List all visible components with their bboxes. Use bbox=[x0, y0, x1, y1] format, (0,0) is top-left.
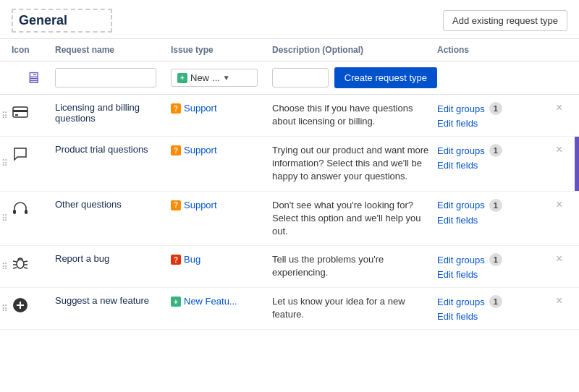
issue-type-dropdown[interactable]: + New ... ▼ bbox=[171, 69, 258, 87]
issue-badge: ? bbox=[171, 200, 181, 210]
svg-line-11 bbox=[24, 268, 28, 268]
page-title: General bbox=[12, 9, 112, 33]
issue-badge: ? bbox=[171, 103, 181, 114]
issue-type: ? Bug bbox=[171, 253, 272, 265]
edit-fields-row: Edit fields bbox=[437, 215, 478, 226]
issue-type: + New Featu... bbox=[171, 295, 272, 307]
edit-groups-link[interactable]: Edit groups bbox=[437, 255, 485, 265]
table-row: ⠿ Report a bug ? Bug Tell us the problem… bbox=[0, 246, 579, 288]
edit-fields-row: Edit fields bbox=[437, 118, 478, 129]
svg-rect-2 bbox=[15, 114, 18, 116]
edit-groups-row: Edit groups 1 bbox=[437, 199, 502, 212]
row-icon bbox=[12, 199, 55, 218]
edit-groups-row: Edit groups 1 bbox=[437, 144, 502, 157]
description-input[interactable] bbox=[272, 68, 329, 88]
row-icon bbox=[12, 102, 55, 121]
edit-fields-link[interactable]: Edit fields bbox=[437, 269, 478, 280]
svg-rect-1 bbox=[13, 110, 28, 112]
create-request-type-button[interactable]: Create request type bbox=[334, 67, 437, 88]
issue-badge: + bbox=[171, 297, 181, 307]
svg-line-7 bbox=[24, 261, 28, 262]
edit-fields-link[interactable]: Edit fields bbox=[437, 311, 478, 322]
actions-column: Edit groups 1 Edit fields bbox=[437, 253, 553, 280]
request-name: Report a bug bbox=[55, 253, 171, 264]
description-text: Don't see what you're looking for? Selec… bbox=[272, 199, 437, 239]
col-icon: Icon bbox=[12, 45, 55, 55]
svg-rect-4 bbox=[25, 210, 28, 214]
name-input-container bbox=[55, 68, 171, 88]
drag-handle[interactable]: ⠿ bbox=[1, 304, 8, 314]
description-text: Choose this if you have questions about … bbox=[272, 102, 437, 128]
edit-groups-link[interactable]: Edit groups bbox=[437, 297, 485, 307]
drag-handle[interactable]: ⠿ bbox=[1, 111, 8, 121]
edit-fields-link[interactable]: Edit fields bbox=[437, 160, 478, 171]
issue-type-label: Bug bbox=[184, 254, 200, 265]
issue-type: ? Support bbox=[171, 102, 272, 114]
svg-point-5 bbox=[17, 260, 24, 268]
groups-count-badge: 1 bbox=[489, 144, 502, 157]
description-text: Trying out our product and want more inf… bbox=[272, 144, 437, 184]
edit-fields-link[interactable]: Edit fields bbox=[437, 118, 478, 129]
row-icon bbox=[12, 295, 55, 314]
issue-type-label: Support bbox=[184, 200, 217, 210]
chevron-down-icon: ▼ bbox=[223, 74, 230, 82]
edit-fields-row: Edit fields bbox=[437, 311, 478, 322]
table-row: ⠿ Product trial questions ? Support Tryi… bbox=[0, 137, 579, 192]
edit-groups-link[interactable]: Edit groups bbox=[437, 103, 485, 114]
new-request-row: 🖥 + New ... ▼ Create request type bbox=[0, 61, 579, 95]
edit-groups-link[interactable]: Edit groups bbox=[437, 200, 485, 210]
edit-groups-link[interactable]: Edit groups bbox=[437, 145, 485, 156]
drag-handle[interactable]: ⠿ bbox=[1, 158, 8, 169]
edit-fields-row: Edit fields bbox=[437, 160, 478, 171]
request-name: Product trial questions bbox=[55, 144, 171, 155]
request-name: Licensing and billing questions bbox=[55, 102, 171, 124]
remove-button[interactable]: × bbox=[553, 199, 567, 210]
groups-count-badge: 1 bbox=[489, 295, 502, 308]
remove-button[interactable]: × bbox=[553, 253, 567, 265]
issue-type: ? Support bbox=[171, 144, 272, 155]
edit-fields-link[interactable]: Edit fields bbox=[437, 215, 478, 226]
monitor-icon-container: 🖥 bbox=[12, 69, 55, 88]
col-actions: Actions bbox=[437, 45, 553, 55]
groups-count-badge: 1 bbox=[489, 199, 502, 212]
drag-handle[interactable]: ⠿ bbox=[1, 213, 8, 223]
description-text: Let us know your idea for a new feature. bbox=[272, 295, 437, 321]
edit-groups-row: Edit groups 1 bbox=[437, 253, 502, 266]
row-icon bbox=[12, 144, 55, 163]
drag-handle[interactable]: ⠿ bbox=[1, 262, 8, 272]
col-description: Description (Optional) bbox=[272, 45, 437, 55]
side-accent bbox=[575, 137, 579, 191]
request-name-input[interactable] bbox=[55, 68, 156, 88]
issue-type-label: Support bbox=[184, 103, 217, 114]
edit-groups-row: Edit groups 1 bbox=[437, 102, 502, 115]
remove-button[interactable]: × bbox=[553, 295, 567, 307]
issue-type-label: New Featu... bbox=[184, 296, 237, 307]
svg-rect-3 bbox=[13, 210, 16, 214]
new-badge: + bbox=[177, 73, 187, 83]
request-name: Suggest a new feature bbox=[55, 295, 171, 306]
actions-column: Edit groups 1 Edit fields bbox=[437, 295, 553, 322]
row-icon bbox=[12, 253, 55, 272]
table-row: ⠿ Licensing and billing questions ? Supp… bbox=[0, 95, 579, 137]
actions-column: Edit groups 1 Edit fields bbox=[437, 102, 553, 129]
svg-line-6 bbox=[13, 261, 17, 262]
actions-column: Edit groups 1 Edit fields bbox=[437, 144, 553, 171]
issue-badge: ? bbox=[171, 145, 181, 155]
remove-button[interactable]: × bbox=[553, 144, 567, 155]
description-and-create: Create request type bbox=[272, 67, 437, 88]
remove-button[interactable]: × bbox=[553, 102, 567, 114]
description-text: Tell us the problems you're experiencing… bbox=[272, 253, 437, 279]
add-existing-button[interactable]: Add existing request type bbox=[443, 10, 567, 31]
groups-count-badge: 1 bbox=[489, 102, 502, 115]
table-row: ⠿ Other questions ? Support Don't see wh… bbox=[0, 192, 579, 247]
actions-column: Edit groups 1 Edit fields bbox=[437, 199, 553, 226]
request-type-list: ⠿ Licensing and billing questions ? Supp… bbox=[0, 95, 579, 330]
edit-fields-row: Edit fields bbox=[437, 269, 478, 280]
groups-count-badge: 1 bbox=[489, 253, 502, 266]
col-issue-type: Issue type bbox=[171, 45, 272, 55]
table-header: Icon Request name Issue type Description… bbox=[0, 39, 579, 61]
issue-type: ? Support bbox=[171, 199, 272, 210]
type-label: New bbox=[190, 72, 209, 83]
monitor-icon: 🖥 bbox=[25, 69, 41, 88]
col-request-name: Request name bbox=[55, 45, 171, 55]
